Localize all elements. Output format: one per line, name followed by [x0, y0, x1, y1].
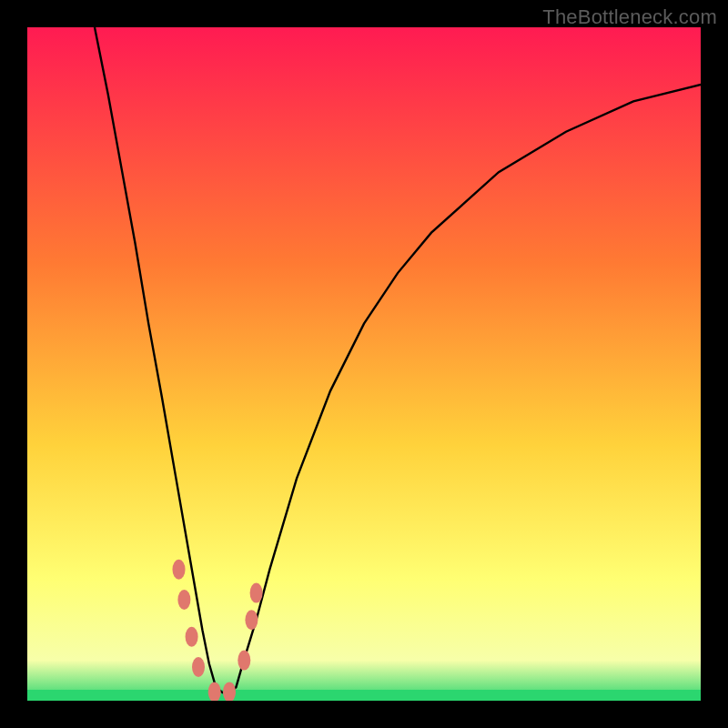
chart-svg	[27, 27, 701, 701]
watermark-text: TheBottleneck.com	[542, 5, 717, 29]
curve-marker	[192, 657, 205, 677]
chart-frame: TheBottleneck.com	[0, 0, 728, 728]
gradient-background	[27, 27, 701, 701]
curve-marker	[177, 590, 190, 610]
curve-marker	[245, 610, 258, 630]
curve-marker	[173, 560, 186, 580]
green-band	[27, 690, 701, 701]
curve-marker	[250, 583, 263, 603]
curve-marker	[238, 651, 250, 671]
curve-marker	[186, 627, 198, 647]
plot-area	[27, 27, 701, 701]
